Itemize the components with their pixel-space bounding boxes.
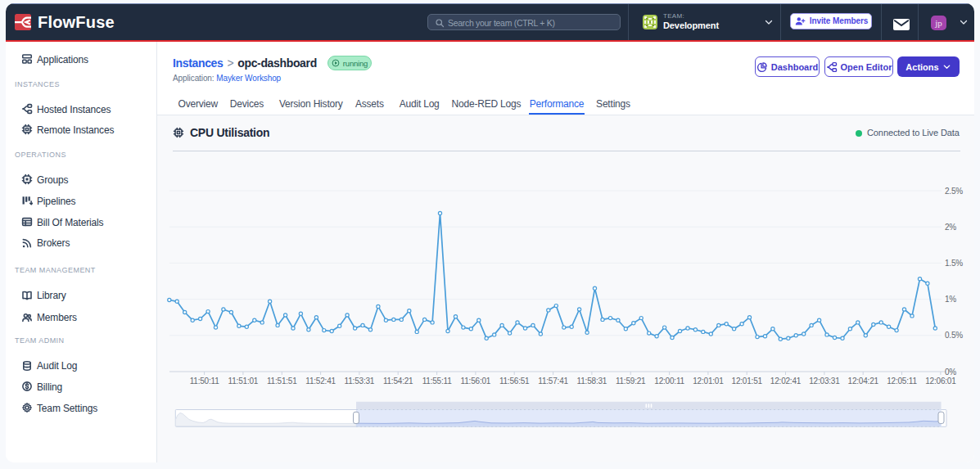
svg-text:11:52:41: 11:52:41 [305,377,336,386]
svg-text:0%: 0% [945,367,956,376]
svg-text:11:51:51: 11:51:51 [267,377,297,386]
svg-text:11:50:11: 11:50:11 [190,377,219,386]
svg-text:11:54:21: 11:54:21 [383,377,413,386]
svg-text:11:58:31: 11:58:31 [577,377,607,386]
svg-text:1%: 1% [945,295,956,304]
svg-text:2.5%: 2.5% [945,186,963,195]
svg-text:1.5%: 1.5% [945,259,963,268]
svg-text:12:01:51: 12:01:51 [732,377,763,386]
svg-text:11:56:51: 11:56:51 [499,377,530,386]
svg-text:12:06:01: 12:06:01 [925,377,956,386]
svg-text:2%: 2% [945,223,956,232]
svg-text:12:03:31: 12:03:31 [809,377,840,386]
svg-text:11:53:31: 11:53:31 [345,377,375,386]
svg-text:11:56:01: 11:56:01 [461,377,491,386]
svg-text:12:04:21: 12:04:21 [848,377,879,386]
svg-text:11:55:11: 11:55:11 [422,377,452,386]
svg-text:11:51:01: 11:51:01 [228,377,259,386]
svg-text:12:01:01: 12:01:01 [693,377,724,386]
svg-text:12:05:11: 12:05:11 [887,377,917,386]
svg-text:11:57:41: 11:57:41 [538,377,568,386]
svg-text:0.5%: 0.5% [945,331,963,340]
svg-text:12:02:41: 12:02:41 [770,377,802,386]
svg-text:12:00:11: 12:00:11 [654,377,684,386]
svg-text:11:59:21: 11:59:21 [616,377,646,386]
